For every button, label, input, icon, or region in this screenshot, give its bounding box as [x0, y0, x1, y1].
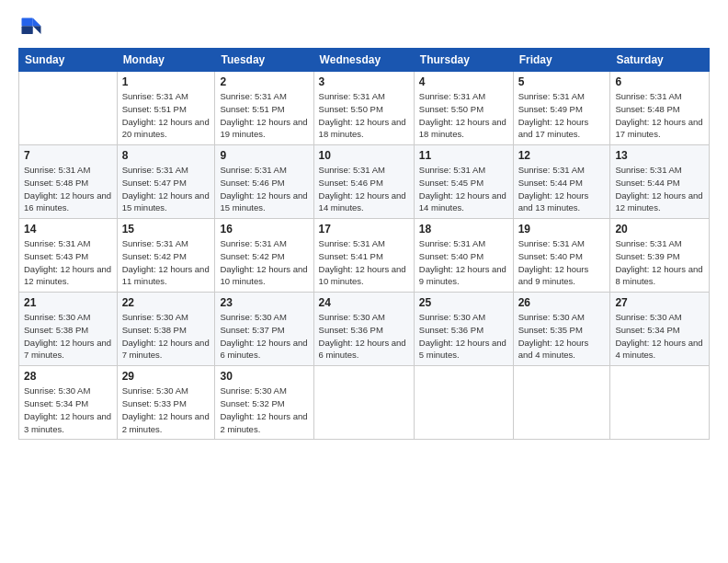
calendar-cell: 17Sunrise: 5:31 AM Sunset: 5:41 PM Dayli… [313, 219, 414, 293]
weekday-header-monday: Monday [117, 49, 215, 72]
day-number: 8 [122, 149, 210, 162]
day-info: Sunrise: 5:30 AM Sunset: 5:37 PM Dayligh… [220, 311, 308, 362]
weekday-header-row: SundayMondayTuesdayWednesdayThursdayFrid… [19, 49, 710, 72]
day-info: Sunrise: 5:31 AM Sunset: 5:43 PM Dayligh… [24, 237, 112, 288]
day-info: Sunrise: 5:31 AM Sunset: 5:45 PM Dayligh… [419, 164, 508, 214]
day-info: Sunrise: 5:31 AM Sunset: 5:47 PM Dayligh… [122, 164, 210, 214]
day-number: 15 [122, 223, 210, 236]
calendar-cell: 18Sunrise: 5:31 AM Sunset: 5:40 PM Dayli… [414, 219, 513, 293]
day-info: Sunrise: 5:30 AM Sunset: 5:35 PM Dayligh… [518, 311, 606, 362]
weekday-header-wednesday: Wednesday [313, 49, 414, 72]
day-number: 2 [220, 75, 308, 88]
calendar-page: SundayMondayTuesdayWednesdayThursdayFrid… [0, 0, 728, 563]
day-number: 3 [319, 75, 409, 88]
week-row-5: 28Sunrise: 5:30 AM Sunset: 5:34 PM Dayli… [19, 366, 710, 440]
day-info: Sunrise: 5:31 AM Sunset: 5:48 PM Dayligh… [615, 90, 704, 141]
day-info: Sunrise: 5:31 AM Sunset: 5:44 PM Dayligh… [518, 164, 606, 214]
day-number: 6 [615, 75, 704, 88]
day-number: 7 [24, 149, 112, 162]
calendar-cell: 13Sunrise: 5:31 AM Sunset: 5:44 PM Dayli… [610, 145, 710, 219]
day-info: Sunrise: 5:31 AM Sunset: 5:41 PM Dayligh… [319, 237, 409, 288]
logo-icon [18, 15, 44, 40]
day-info: Sunrise: 5:31 AM Sunset: 5:51 PM Dayligh… [122, 90, 210, 141]
day-number: 5 [518, 75, 606, 88]
day-number: 4 [419, 75, 508, 88]
week-row-4: 21Sunrise: 5:30 AM Sunset: 5:38 PM Dayli… [19, 293, 710, 366]
calendar-cell: 26Sunrise: 5:30 AM Sunset: 5:35 PM Dayli… [513, 293, 610, 366]
day-info: Sunrise: 5:31 AM Sunset: 5:40 PM Dayligh… [518, 237, 606, 288]
weekday-header-sunday: Sunday [19, 49, 118, 72]
week-row-2: 7Sunrise: 5:31 AM Sunset: 5:48 PM Daylig… [19, 145, 710, 219]
logo [18, 15, 48, 40]
day-number: 30 [220, 370, 308, 383]
calendar-cell: 12Sunrise: 5:31 AM Sunset: 5:44 PM Dayli… [513, 145, 610, 219]
day-info: Sunrise: 5:31 AM Sunset: 5:44 PM Dayligh… [615, 164, 704, 214]
weekday-header-saturday: Saturday [610, 49, 710, 72]
day-info: Sunrise: 5:31 AM Sunset: 5:48 PM Dayligh… [24, 164, 112, 214]
calendar-cell: 4Sunrise: 5:31 AM Sunset: 5:50 PM Daylig… [414, 72, 513, 145]
day-number: 14 [24, 223, 112, 236]
calendar-cell [19, 72, 118, 145]
calendar-cell: 14Sunrise: 5:31 AM Sunset: 5:43 PM Dayli… [19, 219, 118, 293]
day-info: Sunrise: 5:31 AM Sunset: 5:42 PM Dayligh… [220, 237, 308, 288]
calendar-cell: 8Sunrise: 5:31 AM Sunset: 5:47 PM Daylig… [117, 145, 215, 219]
calendar-cell: 3Sunrise: 5:31 AM Sunset: 5:50 PM Daylig… [313, 72, 414, 145]
day-number: 1 [122, 75, 210, 88]
day-number: 11 [419, 149, 508, 162]
day-number: 12 [518, 149, 606, 162]
calendar-cell: 25Sunrise: 5:30 AM Sunset: 5:36 PM Dayli… [414, 293, 513, 366]
day-info: Sunrise: 5:31 AM Sunset: 5:40 PM Dayligh… [419, 237, 508, 288]
day-info: Sunrise: 5:31 AM Sunset: 5:50 PM Dayligh… [319, 90, 409, 141]
day-info: Sunrise: 5:30 AM Sunset: 5:34 PM Dayligh… [615, 311, 704, 362]
day-number: 13 [615, 149, 704, 162]
day-number: 25 [419, 296, 508, 309]
calendar-cell: 9Sunrise: 5:31 AM Sunset: 5:46 PM Daylig… [215, 145, 313, 219]
day-number: 26 [518, 296, 606, 309]
calendar-cell: 10Sunrise: 5:31 AM Sunset: 5:46 PM Dayli… [313, 145, 414, 219]
calendar-cell: 23Sunrise: 5:30 AM Sunset: 5:37 PM Dayli… [215, 293, 313, 366]
day-info: Sunrise: 5:31 AM Sunset: 5:49 PM Dayligh… [518, 90, 606, 141]
day-number: 19 [518, 223, 606, 236]
svg-marker-0 [33, 18, 41, 27]
day-info: Sunrise: 5:30 AM Sunset: 5:36 PM Dayligh… [419, 311, 508, 362]
calendar-cell: 6Sunrise: 5:31 AM Sunset: 5:48 PM Daylig… [610, 72, 710, 145]
day-number: 16 [220, 223, 308, 236]
day-info: Sunrise: 5:30 AM Sunset: 5:33 PM Dayligh… [122, 385, 210, 435]
calendar-cell: 28Sunrise: 5:30 AM Sunset: 5:34 PM Dayli… [19, 366, 118, 440]
day-info: Sunrise: 5:31 AM Sunset: 5:51 PM Dayligh… [220, 90, 308, 141]
day-number: 22 [122, 296, 210, 309]
calendar-cell [313, 366, 414, 440]
calendar-cell: 30Sunrise: 5:30 AM Sunset: 5:32 PM Dayli… [215, 366, 313, 440]
day-info: Sunrise: 5:30 AM Sunset: 5:36 PM Dayligh… [319, 311, 409, 362]
calendar-cell: 11Sunrise: 5:31 AM Sunset: 5:45 PM Dayli… [414, 145, 513, 219]
calendar-cell [610, 366, 710, 440]
calendar-table: SundayMondayTuesdayWednesdayThursdayFrid… [18, 48, 710, 440]
calendar-cell: 20Sunrise: 5:31 AM Sunset: 5:39 PM Dayli… [610, 219, 710, 293]
day-info: Sunrise: 5:30 AM Sunset: 5:34 PM Dayligh… [24, 385, 112, 435]
header [18, 15, 710, 40]
day-info: Sunrise: 5:30 AM Sunset: 5:32 PM Dayligh… [220, 385, 308, 435]
day-number: 29 [122, 370, 210, 383]
calendar-cell: 15Sunrise: 5:31 AM Sunset: 5:42 PM Dayli… [117, 219, 215, 293]
day-info: Sunrise: 5:31 AM Sunset: 5:46 PM Dayligh… [220, 164, 308, 214]
weekday-header-tuesday: Tuesday [215, 49, 313, 72]
calendar-cell: 2Sunrise: 5:31 AM Sunset: 5:51 PM Daylig… [215, 72, 313, 145]
day-number: 9 [220, 149, 308, 162]
calendar-cell: 5Sunrise: 5:31 AM Sunset: 5:49 PM Daylig… [513, 72, 610, 145]
day-info: Sunrise: 5:31 AM Sunset: 5:50 PM Dayligh… [419, 90, 508, 141]
day-info: Sunrise: 5:30 AM Sunset: 5:38 PM Dayligh… [122, 311, 210, 362]
week-row-3: 14Sunrise: 5:31 AM Sunset: 5:43 PM Dayli… [19, 219, 710, 293]
day-number: 17 [319, 223, 409, 236]
day-number: 23 [220, 296, 308, 309]
day-info: Sunrise: 5:30 AM Sunset: 5:38 PM Dayligh… [24, 311, 112, 362]
day-number: 28 [24, 370, 112, 383]
svg-rect-2 [22, 18, 33, 27]
week-row-1: 1Sunrise: 5:31 AM Sunset: 5:51 PM Daylig… [19, 72, 710, 145]
svg-marker-1 [33, 26, 41, 34]
weekday-header-friday: Friday [513, 49, 610, 72]
day-info: Sunrise: 5:31 AM Sunset: 5:42 PM Dayligh… [122, 237, 210, 288]
calendar-cell [513, 366, 610, 440]
calendar-cell: 22Sunrise: 5:30 AM Sunset: 5:38 PM Dayli… [117, 293, 215, 366]
svg-rect-3 [22, 26, 33, 34]
calendar-cell: 29Sunrise: 5:30 AM Sunset: 5:33 PM Dayli… [117, 366, 215, 440]
